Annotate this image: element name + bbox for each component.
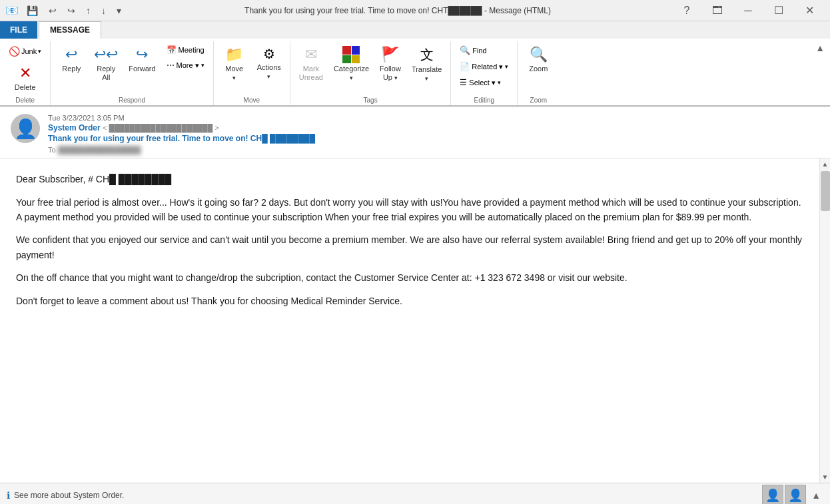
editing-group-label: Editing bbox=[474, 95, 495, 104]
junk-icon: 🚫 bbox=[9, 46, 20, 57]
window-title: Thank you for using your free trial. Tim… bbox=[124, 6, 671, 15]
tab-message[interactable]: MESSAGE bbox=[39, 21, 101, 39]
more-button[interactable]: ⋯ More ▾ ▾ bbox=[162, 58, 209, 73]
scroll-up-arrow[interactable]: ▲ bbox=[820, 158, 831, 170]
title-bar-left: 📧 💾 ↩ ↪ ↑ ↓ ▾ bbox=[5, 4, 124, 17]
email-from: System Order < ████████████████████ > bbox=[48, 123, 819, 132]
meeting-button[interactable]: 📅 Meeting bbox=[162, 43, 209, 57]
ribbon-group-tags: ✉ MarkUnread Categorize▾ 🚩 FollowUp ▾ bbox=[290, 41, 452, 105]
zoom-group-label: Zoom bbox=[530, 95, 548, 104]
select-button[interactable]: ☰ Select ▾ ▾ bbox=[455, 75, 513, 90]
app-icon: 📧 bbox=[5, 4, 19, 17]
to-address: ████████████████ bbox=[58, 146, 141, 154]
follow-up-icon: 🚩 bbox=[381, 46, 399, 63]
sender-name: System Order bbox=[48, 123, 101, 132]
email-subject: Thank you for using your free trial. Tim… bbox=[48, 134, 819, 143]
find-button[interactable]: 🔍 Find bbox=[455, 43, 513, 58]
window-controls: ? 🗔 ─ ☐ ✕ bbox=[671, 0, 825, 21]
categorize-button[interactable]: Categorize▾ bbox=[329, 43, 374, 85]
scroll-track[interactable] bbox=[820, 170, 830, 471]
ribbon-group-respond: ↩ Reply ↩↩ ReplyAll ↪ Forward 📅 Meeting bbox=[51, 41, 213, 105]
more-icon[interactable]: ▾ bbox=[114, 4, 124, 17]
tab-bar: FILE MESSAGE bbox=[0, 21, 830, 39]
scroll-thumb[interactable] bbox=[821, 171, 830, 211]
title-bar-icons: 📧 💾 ↩ ↪ ↑ ↓ ▾ bbox=[5, 4, 124, 17]
quick-save-icon[interactable]: 💾 bbox=[24, 4, 41, 17]
reply-all-button[interactable]: ↩↩ ReplyAll bbox=[89, 43, 123, 85]
content-wrapper: Dear Subscriber, # CH█ ████████ Your fre… bbox=[0, 158, 830, 483]
scroll-down-arrow[interactable]: ▼ bbox=[820, 471, 831, 483]
avatar-icon: 👤 bbox=[14, 118, 37, 140]
forward-button[interactable]: ↪ Forward bbox=[124, 43, 160, 77]
sender-avatar: 👤 bbox=[11, 114, 40, 143]
info-icon: ℹ bbox=[7, 490, 10, 501]
actions-icon: ⚙ bbox=[263, 46, 275, 62]
maximize-button[interactable]: ☐ bbox=[763, 0, 794, 21]
junk-button[interactable]: 🚫 Junk ▾ bbox=[4, 43, 46, 60]
ribbon-group-zoom: 🔍 Zoom Zoom bbox=[518, 41, 559, 105]
editing-group-content: 🔍 Find 📄 Related ▾ ▾ ☰ Select ▾ ▾ bbox=[455, 43, 513, 95]
redo-icon[interactable]: ↪ bbox=[65, 4, 78, 17]
email-body: Dear Subscriber, # CH█ ████████ Your fre… bbox=[0, 158, 819, 483]
help-button[interactable]: ? bbox=[671, 0, 702, 21]
email-meta: Tue 3/23/2021 3:05 PM System Order < ███… bbox=[48, 114, 819, 154]
to-label: To bbox=[48, 146, 56, 154]
respond-group-label: Respond bbox=[119, 95, 145, 104]
reply-all-icon: ↩↩ bbox=[94, 46, 118, 63]
zoom-icon: 🔍 bbox=[530, 46, 548, 63]
ribbon-collapse-button[interactable]: ▲ bbox=[813, 41, 827, 55]
forward-icon: ↪ bbox=[136, 46, 148, 63]
footer-right: 👤 👤 ▲ bbox=[762, 485, 823, 504]
ribbon-group-editing: 🔍 Find 📄 Related ▾ ▾ ☰ Select ▾ ▾ Edi bbox=[451, 41, 518, 105]
translate-button[interactable]: 文 Translate▾ bbox=[407, 43, 446, 86]
email-date: Tue 3/23/2021 3:05 PM bbox=[48, 114, 819, 122]
minimize-button[interactable]: ─ bbox=[733, 0, 763, 21]
find-icon: 🔍 bbox=[460, 45, 470, 55]
mark-unread-button[interactable]: ✉ MarkUnread bbox=[294, 43, 328, 85]
footer-avatar-2[interactable]: 👤 bbox=[785, 485, 806, 504]
footer-bar: ℹ See more about System Order. 👤 👤 ▲ bbox=[0, 483, 830, 504]
categorize-icon bbox=[342, 46, 360, 63]
respond-group-content: ↩ Reply ↩↩ ReplyAll ↪ Forward 📅 Meeting bbox=[55, 43, 208, 95]
zoom-button[interactable]: 🔍 Zoom bbox=[522, 43, 555, 77]
ribbon-toggle-button[interactable]: 🗔 bbox=[702, 0, 733, 21]
delete-group-content: 🚫 Junk ▾ ✕ Delete bbox=[4, 43, 46, 95]
move-group-label: Move bbox=[244, 95, 260, 104]
sender-address: < ████████████████████ > bbox=[103, 124, 219, 132]
footer-text: See more about System Order. bbox=[14, 491, 124, 500]
email-paragraph-3: On the off chance that you might want to… bbox=[16, 270, 803, 285]
download-icon[interactable]: ↓ bbox=[99, 4, 109, 17]
email-area: 👤 Tue 3/23/2021 3:05 PM System Order < █… bbox=[0, 107, 830, 504]
footer-info: ℹ See more about System Order. bbox=[7, 490, 124, 501]
email-paragraph-1-text: Your free trial period is almost over...… bbox=[16, 195, 803, 225]
reply-button[interactable]: ↩ Reply bbox=[55, 43, 88, 77]
reply-icon: ↩ bbox=[65, 46, 77, 63]
tags-group-label: Tags bbox=[364, 95, 378, 104]
zoom-group-content: 🔍 Zoom bbox=[522, 43, 555, 95]
delete-icon: ✕ bbox=[19, 65, 31, 82]
related-icon: 📄 bbox=[460, 62, 470, 71]
mark-unread-icon: ✉ bbox=[305, 46, 317, 63]
footer-expand-arrow[interactable]: ▲ bbox=[809, 487, 823, 503]
related-button[interactable]: 📄 Related ▾ ▾ bbox=[455, 59, 513, 74]
delete-group-label: Delete bbox=[15, 95, 35, 104]
email-scrollbar[interactable]: ▲ ▼ bbox=[819, 158, 830, 483]
email-to-row: To ████████████████ bbox=[48, 146, 819, 154]
respond-secondary: 📅 Meeting ⋯ More ▾ ▾ bbox=[162, 43, 209, 73]
actions-button[interactable]: ⚙ Actions▾ bbox=[252, 43, 286, 84]
ribbon-group-delete: 🚫 Junk ▾ ✕ Delete Delete bbox=[0, 41, 51, 105]
tab-file[interactable]: FILE bbox=[0, 21, 37, 39]
undo-icon[interactable]: ↩ bbox=[46, 4, 59, 17]
close-button[interactable]: ✕ bbox=[794, 0, 825, 21]
select-icon: ☰ bbox=[460, 78, 467, 87]
upload-icon[interactable]: ↑ bbox=[83, 4, 93, 17]
footer-avatar-1[interactable]: 👤 bbox=[762, 485, 783, 504]
follow-up-button[interactable]: 🚩 FollowUp ▾ bbox=[375, 43, 406, 85]
ribbon: 🚫 Junk ▾ ✕ Delete Delete ↩ Reply bbox=[0, 39, 830, 107]
meeting-icon: 📅 bbox=[167, 45, 177, 55]
email-paragraph-2: We confident that you enjoyed our servic… bbox=[16, 232, 803, 262]
move-group-content: 📁 Move▾ ⚙ Actions▾ bbox=[218, 43, 286, 95]
delete-button[interactable]: ✕ Delete bbox=[4, 61, 46, 95]
move-button[interactable]: 📁 Move▾ bbox=[218, 43, 251, 85]
footer-avatars: 👤 👤 bbox=[762, 485, 806, 504]
